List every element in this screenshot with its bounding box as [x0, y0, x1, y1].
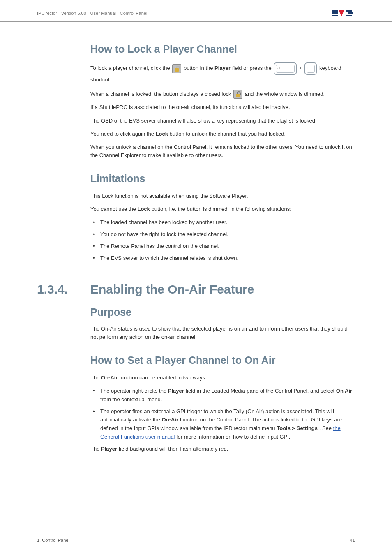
text: field background will then flash alterna… [119, 446, 228, 452]
text-tools-settings: Tools > Settings [277, 425, 318, 431]
text: The [90, 375, 101, 381]
text-onair: On Air [336, 388, 352, 394]
text: The [90, 446, 101, 452]
footer-page-number: 41 [350, 538, 355, 543]
text-player: Player [214, 65, 231, 71]
text: button, i.e. the button is dimmed, in th… [151, 206, 291, 212]
page-footer: 1. Control Panel 41 [37, 534, 355, 543]
text: for more information on how to define In… [176, 434, 290, 440]
footer-left: 1. Control Panel [37, 538, 69, 543]
svg-rect-1 [332, 12, 338, 14]
text: and the whole window is dimmed. [245, 91, 325, 97]
lock-paragraph-5: You need to click again the Lock button … [90, 130, 355, 138]
heading-lock-player: How to Lock a Player Channel [90, 43, 355, 55]
lock-paragraph-4: The OSD of the EVS server channel will a… [90, 117, 355, 125]
text: . See [319, 425, 333, 431]
evs-logo [332, 9, 355, 17]
text: + [299, 65, 304, 71]
text: You need to click again the [90, 131, 156, 137]
lim-list: The loaded channel has been locked by an… [90, 218, 355, 262]
text: button to unlock the channel that you ha… [170, 131, 286, 137]
text-onair: On-Air [101, 375, 118, 381]
text-player: Player [168, 388, 184, 394]
howset-paragraph-2: The Player field background will then fl… [90, 445, 355, 453]
lock-paragraph-1: To lock a player channel, click the butt… [90, 62, 355, 85]
svg-rect-4 [348, 12, 353, 14]
section-1-3-4: 1.3.4. Enabling the On-Air Feature [37, 266, 355, 302]
text: field or press the [232, 65, 273, 71]
lim-paragraph-2: You cannot use the Lock button, i.e. the… [90, 205, 355, 213]
section-number: 1.3.4. [37, 282, 90, 296]
svg-rect-2 [332, 15, 338, 16]
howset-paragraph-1: The On-Air function can be enabled in tw… [90, 374, 355, 382]
page-content: How to Lock a Player Channel To lock a p… [0, 22, 392, 453]
lim-paragraph-1: This Lock function is not available when… [90, 192, 355, 200]
section-title: Enabling the On-Air Feature [90, 282, 254, 296]
heading-purpose: Purpose [90, 306, 355, 318]
text: from the contextual menu. [100, 396, 162, 402]
svg-rect-0 [332, 10, 338, 12]
svg-rect-5 [346, 15, 352, 16]
list-item: The operator right-clicks the Player fie… [90, 387, 355, 404]
purpose-paragraph: The On-Air status is used to show that t… [90, 325, 355, 341]
text: The operator right-clicks the [100, 388, 168, 394]
text: To lock a player channel, click the [90, 65, 171, 71]
key-l-label: L [307, 65, 309, 72]
howset-list: The operator right-clicks the Player fie… [90, 387, 355, 442]
heading-limitations: Limitations [90, 173, 355, 185]
text: When a channel is locked, the button dis… [90, 91, 233, 97]
lock-paragraph-3: If a ShuttlePRO is associated to the on-… [90, 103, 355, 111]
text-lock: Lock [137, 206, 150, 212]
breadcrumb: IPDirector - Version 6.00 - User Manual … [37, 11, 147, 16]
list-item: The loaded channel has been locked by an… [90, 218, 355, 227]
key-ctrl: Ctrl [274, 62, 297, 75]
list-item: The Remote Panel has the control on the … [90, 242, 355, 251]
lock-open-icon [172, 64, 181, 73]
text: You cannot use the [90, 206, 137, 212]
lock-closed-icon [233, 90, 242, 99]
heading-howset: How to Set a Player Channel to On Air [90, 354, 355, 366]
key-l: L [304, 62, 317, 75]
list-item: The operator fires an external a GPI tri… [90, 407, 355, 442]
text-player: Player [101, 446, 117, 452]
text-lock: Lock [156, 131, 168, 137]
text-onair: On-Air [162, 416, 178, 423]
text: button in the [184, 65, 214, 71]
page-header: IPDirector - Version 6.00 - User Manual … [0, 0, 392, 22]
text: function can be enabled in two ways: [119, 375, 206, 381]
lock-paragraph-6: When you unlock a channel on the Control… [90, 143, 355, 160]
key-ctrl-label: Ctrl [277, 65, 282, 72]
list-item: You do not have the right to lock the se… [90, 230, 355, 239]
list-item: The EVS server to which the channel rela… [90, 254, 355, 263]
lock-paragraph-2: When a channel is locked, the button dis… [90, 89, 355, 99]
svg-rect-3 [346, 10, 352, 12]
text: field in the Loaded Media pane of the Co… [185, 388, 336, 394]
